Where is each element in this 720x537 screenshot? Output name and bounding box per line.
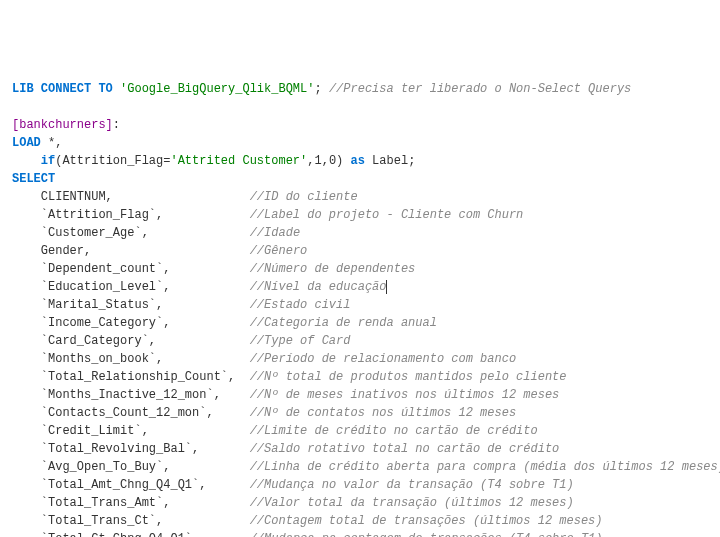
- fn-if: if: [41, 154, 55, 168]
- col: `Months_Inactive_12_mon`,: [41, 388, 221, 402]
- comment: //Valor total da transação (últimos 12 m…: [250, 496, 574, 510]
- ident: Attrition_Flag: [62, 154, 163, 168]
- col: `Total_Ct_Chng_Q4_Q1`,: [41, 532, 199, 537]
- comment: //Linha de crédito aberta para compra (m…: [250, 460, 720, 474]
- comment: //ID do cliente: [250, 190, 358, 204]
- comment: //Nº de meses inativos nos últimos 12 me…: [250, 388, 560, 402]
- kw-lib-connect: LIB CONNECT TO: [12, 82, 113, 96]
- col: `Contacts_Count_12_mon`,: [41, 406, 214, 420]
- comment: //Categoria de renda anual: [250, 316, 437, 330]
- comment: //Estado civil: [250, 298, 351, 312]
- string: 'Attrited Customer': [170, 154, 307, 168]
- args: ,1,0): [307, 154, 343, 168]
- kw-load: LOAD: [12, 136, 41, 150]
- col: CLIENTNUM,: [41, 190, 113, 204]
- col: `Months_on_book`,: [41, 352, 163, 366]
- comment: //Gênero: [250, 244, 308, 258]
- col: `Marital_Status`,: [41, 298, 163, 312]
- comment: //Limite de crédito no cartão de crédito: [250, 424, 538, 438]
- code-editor[interactable]: LIB CONNECT TO 'Google_BigQuery_Qlik_BQM…: [12, 80, 708, 537]
- comment: //Mudança na contagem de transações (T4 …: [250, 532, 603, 537]
- col: `Education_Level`,: [41, 280, 171, 294]
- comment: //Número de dependentes: [250, 262, 416, 276]
- comment: //Label do projeto - Cliente com Churn: [250, 208, 524, 222]
- comment: //Nível da educação: [250, 280, 387, 294]
- col: `Attrition_Flag`,: [41, 208, 163, 222]
- col: `Total_Amt_Chng_Q4_Q1`,: [41, 478, 207, 492]
- comment: //Contagem total de transações (últimos …: [250, 514, 603, 528]
- connection-string: 'Google_BigQuery_Qlik_BQML': [120, 82, 314, 96]
- comment: //Saldo rotativo total no cartão de créd…: [250, 442, 560, 456]
- col: `Total_Relationship_Count`,: [41, 370, 235, 384]
- comment: //Precisa ter liberado o Non-Select Quer…: [329, 82, 631, 96]
- col: `Income_Category`,: [41, 316, 171, 330]
- comment: //Nº de contatos nos últimos 12 meses: [250, 406, 516, 420]
- label-ident: Label: [372, 154, 408, 168]
- col: `Credit_Limit`,: [41, 424, 149, 438]
- punct: :: [113, 118, 120, 132]
- kw-select: SELECT: [12, 172, 55, 186]
- col: `Customer_Age`,: [41, 226, 149, 240]
- comment: //Período de relacionamento com banco: [250, 352, 516, 366]
- punct: ;: [408, 154, 415, 168]
- comment: //Nº total de produtos mantidos pelo cli…: [250, 370, 567, 384]
- col: `Total_Trans_Ct`,: [41, 514, 163, 528]
- col: `Total_Trans_Amt`,: [41, 496, 171, 510]
- col: `Card_Category`,: [41, 334, 156, 348]
- table-label: [bankchurners]: [12, 118, 113, 132]
- col: `Dependent_count`,: [41, 262, 171, 276]
- col: `Avg_Open_To_Buy`,: [41, 460, 171, 474]
- comment: //Type of Card: [250, 334, 351, 348]
- text-cursor: [386, 280, 387, 294]
- kw-as: as: [343, 154, 372, 168]
- punct: ;: [314, 82, 321, 96]
- col: Gender,: [41, 244, 91, 258]
- text: *,: [41, 136, 63, 150]
- col: `Total_Revolving_Bal`,: [41, 442, 199, 456]
- comment: //Mudança no valor da transação (T4 sobr…: [250, 478, 574, 492]
- comment: //Idade: [250, 226, 300, 240]
